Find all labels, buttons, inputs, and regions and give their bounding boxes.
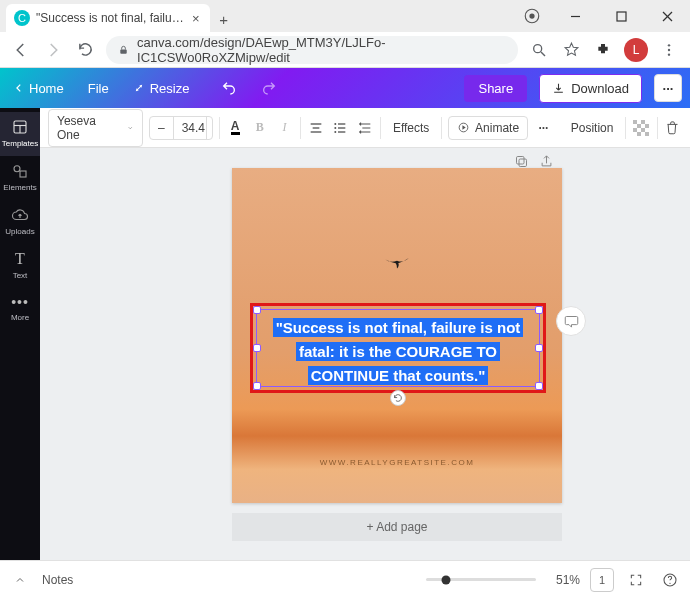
resize-button[interactable]: Resize bbox=[127, 77, 196, 100]
resize-icon bbox=[133, 82, 145, 94]
italic-button[interactable]: I bbox=[275, 115, 294, 141]
redo-icon bbox=[261, 80, 277, 96]
sidebar-item-uploads[interactable]: Uploads bbox=[0, 200, 40, 244]
window-controls bbox=[512, 0, 690, 32]
page-actions bbox=[514, 154, 554, 169]
alignment-button[interactable] bbox=[306, 115, 325, 141]
bold-button[interactable]: B bbox=[251, 115, 270, 141]
sidebar-item-text[interactable]: T Text bbox=[0, 244, 40, 288]
window-maximize-button[interactable] bbox=[598, 0, 644, 32]
spacing-button[interactable] bbox=[356, 115, 375, 141]
share-button[interactable]: Share bbox=[464, 75, 527, 102]
nav-forward-button[interactable] bbox=[42, 39, 64, 61]
help-icon bbox=[662, 572, 678, 588]
resize-handle-mr[interactable] bbox=[535, 344, 543, 352]
add-page-button[interactable]: + Add page bbox=[232, 513, 562, 541]
omnibox-search-icon[interactable] bbox=[528, 39, 550, 61]
download-button[interactable]: Download bbox=[539, 74, 642, 103]
resize-handle-tr[interactable] bbox=[535, 306, 543, 314]
position-button[interactable]: Position bbox=[565, 117, 620, 139]
svg-point-24 bbox=[335, 131, 337, 133]
fullscreen-icon bbox=[629, 573, 643, 587]
svg-point-39 bbox=[669, 582, 670, 583]
page-footer-url[interactable]: WWW.REALLYGREATSITE.COM bbox=[232, 458, 562, 467]
page-indicator[interactable]: 1 bbox=[590, 568, 614, 592]
font-size-decrement[interactable]: – bbox=[150, 117, 173, 139]
browser-menu-icon[interactable] bbox=[658, 39, 680, 61]
url-text: canva.com/design/DAEwp_MTM3Y/LJLFo-IC1CS… bbox=[137, 35, 506, 65]
resize-handle-tl[interactable] bbox=[253, 306, 261, 314]
sidebar-item-elements[interactable]: Elements bbox=[0, 156, 40, 200]
notes-toggle[interactable] bbox=[8, 568, 32, 592]
chevron-left-icon bbox=[14, 83, 24, 93]
bookmark-star-icon[interactable] bbox=[560, 39, 582, 61]
text-element[interactable]: "Success is not final, failure is not fa… bbox=[256, 309, 540, 387]
zoom-value[interactable]: 51% bbox=[546, 573, 580, 587]
svg-point-11 bbox=[668, 53, 670, 55]
svg-point-22 bbox=[335, 127, 337, 129]
home-button[interactable]: Home bbox=[8, 77, 70, 100]
design-page[interactable]: "Success is not final, failure is not fa… bbox=[232, 168, 562, 503]
zoom-slider[interactable] bbox=[426, 578, 536, 581]
comment-icon bbox=[564, 314, 579, 329]
text-color-button[interactable]: A bbox=[226, 115, 245, 141]
toolbar-divider bbox=[625, 117, 626, 139]
bottom-bar: Notes 51% 1 bbox=[0, 560, 690, 598]
resize-handle-ml[interactable] bbox=[253, 344, 261, 352]
topbar-more-button[interactable]: ··· bbox=[654, 74, 682, 102]
uploads-icon bbox=[11, 206, 29, 224]
font-size-value[interactable]: 34.4 bbox=[173, 117, 207, 139]
undo-button[interactable] bbox=[215, 76, 243, 100]
toolbar-divider bbox=[441, 117, 442, 139]
window-close-button[interactable] bbox=[644, 0, 690, 32]
resize-handle-br[interactable] bbox=[535, 382, 543, 390]
quote-text[interactable]: "Success is not final, failure is not fa… bbox=[265, 316, 531, 380]
file-menu[interactable]: File bbox=[82, 77, 115, 100]
extensions-icon[interactable] bbox=[592, 39, 614, 61]
help-button[interactable] bbox=[658, 568, 682, 592]
delete-button[interactable] bbox=[663, 115, 682, 141]
svg-rect-31 bbox=[645, 124, 649, 128]
transparency-button[interactable] bbox=[632, 115, 651, 141]
resize-handle-bl[interactable] bbox=[253, 382, 261, 390]
toolbar-divider bbox=[380, 117, 381, 139]
svg-line-8 bbox=[541, 52, 545, 56]
svg-rect-3 bbox=[617, 12, 626, 21]
list-button[interactable] bbox=[331, 115, 350, 141]
svg-point-1 bbox=[529, 13, 534, 18]
svg-point-20 bbox=[335, 123, 337, 125]
svg-rect-33 bbox=[641, 128, 645, 132]
omnibox[interactable]: canva.com/design/DAEwp_MTM3Y/LJLFo-IC1CS… bbox=[106, 36, 518, 64]
nav-reload-button[interactable] bbox=[74, 39, 96, 61]
svg-rect-32 bbox=[633, 128, 637, 132]
tab-close-icon[interactable]: × bbox=[192, 11, 200, 26]
nav-back-button[interactable] bbox=[10, 39, 32, 61]
chevron-up-icon bbox=[14, 574, 26, 586]
more-icon: ••• bbox=[11, 294, 29, 310]
comment-button[interactable] bbox=[556, 306, 586, 336]
browser-tab[interactable]: C "Success is not final, failure is not…… bbox=[6, 4, 210, 32]
effects-button[interactable]: Effects bbox=[387, 117, 435, 139]
lock-icon bbox=[118, 44, 129, 56]
share-page-button[interactable] bbox=[539, 154, 554, 169]
zoom-slider-thumb[interactable] bbox=[441, 575, 450, 584]
svg-rect-29 bbox=[641, 120, 645, 124]
toolbar-divider bbox=[657, 117, 658, 139]
toolbar-more-button[interactable]: ··· bbox=[534, 115, 553, 141]
redo-button[interactable] bbox=[255, 76, 283, 100]
svg-rect-30 bbox=[637, 124, 641, 128]
sidebar-item-more[interactable]: ••• More bbox=[0, 288, 40, 330]
notes-label[interactable]: Notes bbox=[42, 573, 73, 587]
account-icon[interactable] bbox=[512, 0, 552, 32]
font-size-increment[interactable]: + bbox=[207, 117, 214, 139]
profile-avatar[interactable]: L bbox=[624, 38, 648, 62]
canvas-area[interactable]: "Success is not final, failure is not fa… bbox=[40, 148, 690, 560]
new-tab-button[interactable]: + bbox=[210, 6, 238, 32]
fullscreen-button[interactable] bbox=[624, 568, 648, 592]
window-minimize-button[interactable] bbox=[552, 0, 598, 32]
duplicate-page-button[interactable] bbox=[514, 154, 529, 169]
animate-button[interactable]: Animate bbox=[448, 116, 528, 140]
sidebar-item-templates[interactable]: Templates bbox=[0, 112, 40, 156]
rotate-handle[interactable] bbox=[390, 390, 406, 406]
font-family-select[interactable]: Yeseva One bbox=[48, 109, 143, 147]
